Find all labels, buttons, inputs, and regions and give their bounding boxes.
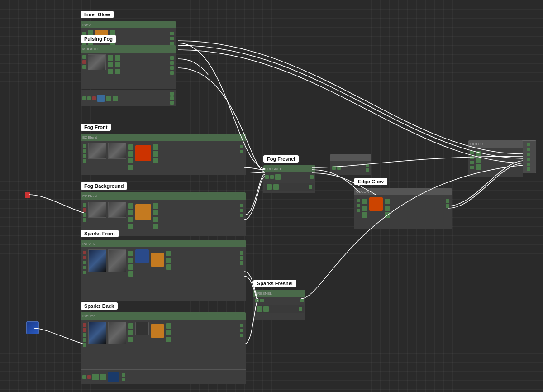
pin-ff-m2 [128, 151, 133, 157]
pin-sf-r2 [166, 258, 171, 263]
pin-fb-r1 [153, 203, 158, 209]
pin-ff-4 [83, 159, 86, 163]
pin-ff-r1 [153, 144, 158, 150]
thumbnail-ff [88, 143, 106, 159]
thumbnail-sb [88, 322, 106, 344]
pin-sb-m1 [128, 323, 133, 329]
sparks-fresnel-title: Sparks Fresnel [253, 280, 296, 287]
pulsing-fog-header-text: MULADD [82, 47, 98, 51]
pin-fb-4 [83, 218, 86, 222]
pin-fb-m1 [128, 203, 133, 209]
out-fb-2 [240, 209, 243, 212]
pin-sf-r3 [166, 264, 171, 270]
pin-ff-2 [83, 149, 86, 153]
out-pf-3 [170, 66, 174, 70]
out-fb-1 [240, 204, 243, 207]
fog-front-header: EZ Blend [82, 135, 97, 139]
out-sb-3 [240, 334, 243, 337]
pin-sf-m3 [128, 264, 133, 270]
indicator-blue-left [26, 321, 39, 334]
fog-background-title: Fog Background [81, 182, 127, 190]
pin-pf-bm1 [106, 96, 111, 101]
pin-eg-r3 [385, 212, 390, 218]
out-panel-2 [527, 148, 530, 151]
pin-ig-mid-1 [88, 30, 93, 35]
sparks-front-group: Sparks Front INPUTS [81, 240, 246, 301]
pin-sf-r1 [166, 251, 171, 256]
pin-sf-2 [83, 256, 86, 259]
pin-sf-5 [83, 271, 86, 274]
fog-background-group: Fog Background EZ Blend [81, 192, 246, 236]
out-sf-1 [240, 251, 243, 255]
thumbnail-fb2 [108, 202, 126, 218]
pin-sf-m2 [128, 258, 133, 263]
out-sb2-1 [122, 373, 125, 377]
pin-fb-r2 [153, 210, 158, 215]
pin-pf-2 [82, 60, 86, 64]
pin-pf-r2 [115, 62, 120, 67]
pin-sfr-1 [255, 299, 259, 302]
pin-ff-m4 [128, 165, 133, 170]
out-ff-1 [240, 145, 243, 148]
fog-background-header: EZ Blend [82, 194, 97, 198]
pin-pf-b1 [82, 96, 86, 100]
sparks-front-title: Sparks Front [81, 230, 119, 237]
out-panel-4 [527, 158, 530, 161]
out-pf-b3 [170, 101, 174, 105]
pin-eg-m3 [362, 212, 367, 218]
frn-header: OUTPUT [470, 142, 485, 146]
out-frn-1 [310, 175, 314, 179]
pin-pf-b2 [87, 96, 91, 100]
pin-fb-r3 [153, 217, 158, 222]
pin-ff-m3 [128, 158, 133, 163]
pin-sb-m2 [128, 330, 133, 335]
out-pf-2 [170, 61, 174, 65]
pin-sfr-2 [260, 299, 264, 302]
out-panel-5 [527, 163, 530, 166]
pin-fb-2 [83, 208, 86, 212]
thumbnail-fb1 [88, 202, 106, 218]
pin-fb-1 [83, 203, 86, 207]
pin-ff-1 [83, 144, 86, 148]
inner-glow-title: Inner Glow [81, 11, 114, 18]
edge-glow-title: Edge Glow [354, 178, 387, 185]
blue-block-sf [135, 249, 149, 263]
pin-ff-r2 [153, 151, 158, 157]
out-sf-3 [240, 261, 243, 265]
out-fb-3 [240, 214, 243, 217]
pin-fb-m4 [128, 224, 133, 229]
pin-sb-2 [83, 328, 86, 332]
orange-block-sf [151, 253, 164, 267]
blue-block-sb2 [108, 372, 119, 382]
out-sfr-1 [300, 299, 304, 302]
out-ig-1 [170, 32, 174, 35]
pin-fb-m3 [128, 217, 133, 222]
thumbnail-sf2 [108, 249, 126, 272]
pin-sf-1 [83, 251, 86, 254]
pin-pf-m1 [108, 55, 113, 61]
sparks-fresnel-header: FRESNEL [255, 292, 272, 296]
pin-sb2-m2 [100, 374, 106, 380]
node-canvas[interactable]: Inner Glow INPUT [0, 0, 543, 392]
out-eg-1 [446, 199, 449, 203]
out-sfr-b1 [299, 307, 302, 311]
pin-eg-1 [357, 199, 360, 202]
orange-block-fb [135, 204, 151, 220]
pin-sb-5 [83, 343, 86, 347]
pin-rc1-1 [332, 166, 336, 170]
pin-frn-2 [270, 175, 274, 179]
pin-sf-3 [83, 261, 86, 264]
out-pf-b1 [170, 92, 174, 96]
pin-pf-r3 [115, 69, 120, 74]
out-pf-b2 [170, 96, 174, 100]
fog-fresnel-group: Fog Fresnel FRESNEL [263, 165, 315, 193]
pin-ig-1 [82, 32, 86, 35]
pin-pf-3 [82, 65, 86, 69]
sparks-back-title: Sparks Back [81, 302, 118, 310]
pin-ff-3 [83, 154, 86, 158]
red-block-ff [135, 145, 151, 161]
fog-front-title: Fog Front [81, 124, 111, 131]
pin-eg-m1 [362, 199, 367, 204]
orange-block-sb [151, 324, 164, 338]
pin-sf-m1 [128, 251, 133, 256]
